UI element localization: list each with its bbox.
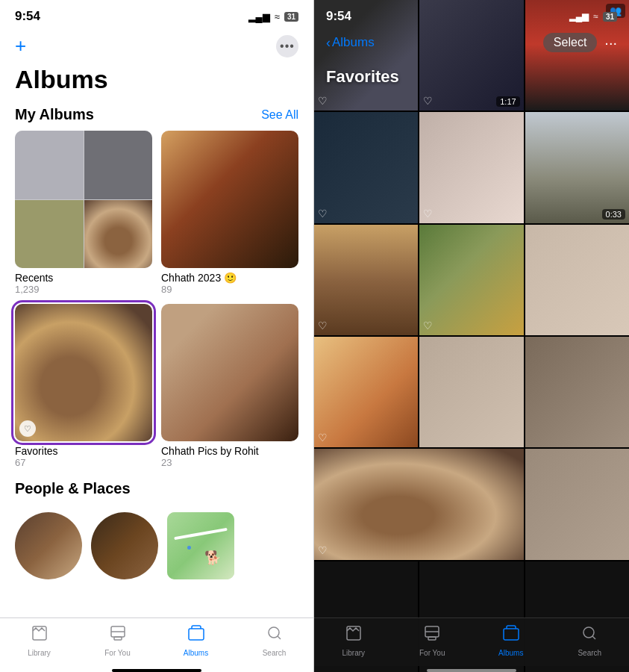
right-header-actions: Select ···	[543, 33, 617, 52]
tab-search-left[interactable]: Search	[252, 624, 297, 657]
album-favorites-thumb: ♡	[15, 304, 152, 441]
album-favorites[interactable]: ♡ Favorites 67	[15, 304, 152, 468]
albums-icon-left	[187, 624, 205, 647]
thumb-cell-2	[84, 131, 153, 199]
people-places-section: People & Places 🐕	[0, 477, 313, 579]
album-recents-name: Recents	[15, 272, 152, 284]
map-thumb[interactable]: 🐕	[167, 512, 234, 579]
photo-10[interactable]: ♡	[314, 337, 418, 447]
page-title: Albums	[0, 65, 313, 103]
tab-search-label-left: Search	[263, 649, 287, 657]
right-time: 9:54	[326, 9, 351, 24]
photo-8[interactable]: ♡	[419, 225, 523, 335]
photo-14[interactable]	[525, 449, 629, 559]
left-scroll-area: My Albums See All Recents 1,239	[0, 103, 313, 617]
album-chhath2023-count: 89	[161, 284, 298, 295]
back-button[interactable]: ‹ Albums	[326, 35, 375, 51]
photo-12[interactable]	[525, 337, 629, 447]
album-chhath2023-thumb	[161, 131, 298, 268]
heart-icon-5: ♡	[423, 208, 433, 220]
photo-13[interactable]: ♡	[314, 449, 524, 559]
chevron-left-icon: ‹	[326, 35, 331, 51]
heart-icon-7: ♡	[318, 320, 328, 332]
photo-4[interactable]: ♡	[314, 112, 418, 223]
photo-11[interactable]	[419, 337, 523, 447]
left-panel: 9:54 ▂▄▆ ≈ 31 + ••• Albums My Albums See…	[0, 0, 314, 672]
favorites-title-overlay: Favorites	[326, 67, 399, 87]
album-recents[interactable]: Recents 1,239	[15, 131, 152, 295]
foryou-icon-left	[109, 624, 127, 647]
duration-badge-2: 1:17	[496, 96, 519, 107]
tab-foryou-label-left: For You	[104, 649, 130, 657]
thumb-cell-3	[15, 200, 84, 269]
heart-icon-8: ♡	[423, 320, 433, 332]
tab-library-left[interactable]: Library	[17, 624, 62, 657]
battery-left: 31	[284, 12, 298, 22]
album-recents-count: 1,239	[15, 284, 152, 295]
album-chhath-rohit-name: Chhath Pics by Rohit	[161, 445, 298, 457]
right-battery: 31	[603, 12, 617, 22]
photo-9[interactable]	[525, 225, 629, 335]
svg-rect-7	[428, 637, 436, 640]
tab-albums-left[interactable]: Albums	[174, 624, 219, 657]
heart-icon-10: ♡	[318, 432, 328, 444]
albums-icon-right	[502, 624, 520, 647]
right-ellipsis-button[interactable]: ···	[604, 34, 617, 52]
album-chhath2023[interactable]: Chhath 2023 🙂 89	[161, 131, 298, 295]
tab-albums-right[interactable]: Albums	[489, 624, 533, 657]
tab-library-label-left: Library	[28, 649, 51, 657]
search-icon-right	[581, 624, 598, 647]
person-avatar-1[interactable]	[15, 512, 82, 579]
tab-albums-label-left: Albums	[184, 649, 208, 657]
right-status-icons: ▂▄▆ ≈ 31	[569, 11, 617, 22]
back-label: Albums	[332, 35, 375, 50]
tab-search-right[interactable]: Search	[567, 624, 612, 657]
right-panel: ♡ ♡ 1:17 👥 ♡ ♡ 0:33 ♡	[314, 0, 629, 672]
library-icon-left	[31, 624, 48, 647]
album-favorites-name: Favorites	[15, 445, 152, 457]
tab-library-right[interactable]: Library	[331, 624, 376, 657]
home-indicator-right	[427, 669, 516, 672]
wifi-icon: ≈	[275, 11, 280, 22]
album-favorites-count: 67	[15, 457, 152, 468]
more-options-button[interactable]: •••	[276, 35, 298, 57]
photo-7[interactable]: ♡	[314, 225, 418, 335]
see-all-button[interactable]: See All	[261, 108, 298, 122]
album-chhath-rohit-thumb	[161, 304, 298, 441]
photo-6[interactable]: 0:33	[525, 112, 629, 223]
album-chhath2023-name: Chhath 2023 🙂	[161, 272, 298, 284]
album-recents-thumb	[15, 131, 152, 268]
thumb-cell-4	[84, 200, 153, 269]
thumb-cell-1	[15, 131, 84, 199]
favorites-heart-icon: ♡	[19, 420, 36, 437]
album-chhath-rohit-count: 23	[161, 457, 298, 468]
person-avatar-2[interactable]	[91, 512, 158, 579]
tab-bar-right: Library For You Albums	[314, 617, 629, 666]
select-button[interactable]: Select	[543, 33, 597, 52]
duration-badge-6: 0:33	[602, 209, 625, 220]
album-chhath-rohit[interactable]: Chhath Pics by Rohit 23	[161, 304, 298, 468]
albums-grid: Recents 1,239 Chhath 2023 🙂 89 ♡ Favorit…	[0, 131, 313, 468]
tab-foryou-label-right: For You	[419, 649, 445, 657]
heart-icon-1: ♡	[318, 95, 328, 107]
toolbar-left: + •••	[0, 28, 313, 65]
tab-bar-left: Library For You Albums Search	[0, 617, 313, 666]
photo-5[interactable]: ♡	[419, 112, 523, 223]
tab-foryou-left[interactable]: For You	[96, 624, 140, 657]
people-places-title: People & Places	[15, 480, 131, 497]
right-signal-icon: ▂▄▆	[569, 11, 589, 22]
people-places-header: People & Places	[15, 477, 298, 505]
time-left: 9:54	[15, 9, 40, 24]
bottom-bars: Library For You Albums	[314, 617, 629, 672]
photos-grid: ♡ ♡ 1:17 👥 ♡ ♡ 0:33 ♡	[314, 0, 629, 672]
ellipsis-icon: •••	[280, 40, 295, 53]
svg-rect-2	[114, 637, 122, 640]
right-status-bar: 9:54 ▂▄▆ ≈ 31	[314, 0, 629, 28]
heart-icon-2: ♡	[423, 95, 433, 107]
add-button[interactable]: +	[15, 34, 26, 57]
tab-search-label-right: Search	[578, 649, 601, 657]
home-indicator-left	[112, 669, 201, 672]
right-header: ‹ Albums Select ···	[314, 27, 629, 58]
tab-foryou-right[interactable]: For You	[410, 624, 454, 657]
people-row: 🐕	[15, 512, 298, 579]
